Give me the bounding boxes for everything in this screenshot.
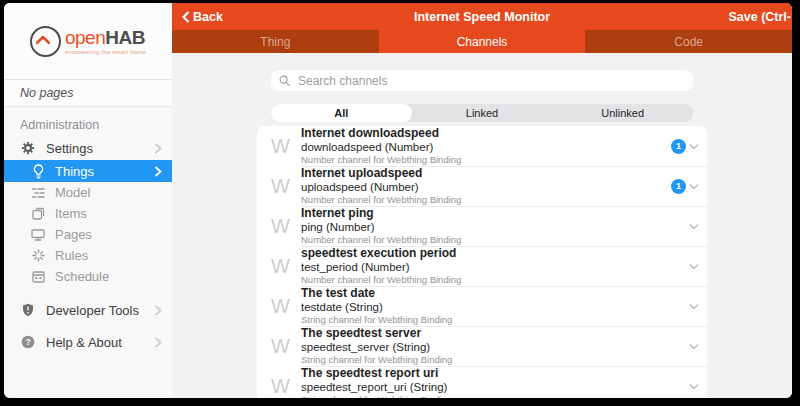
content-area: All Linked Unlinked W Internet downloads… xyxy=(172,53,792,398)
save-button[interactable]: Save (Ctrl- xyxy=(728,3,791,30)
sidebar-item-things[interactable]: Things xyxy=(4,160,172,182)
sidebar-item-model[interactable]: Model xyxy=(4,182,172,203)
model-tree-icon xyxy=(30,185,46,201)
lightbulb-icon xyxy=(30,163,46,179)
channel-description: Number channel for Webthing Binding xyxy=(301,155,671,166)
sidebar-item-label: Model xyxy=(55,185,162,200)
monitor-icon xyxy=(30,227,46,243)
svg-text:?: ? xyxy=(25,337,31,347)
channel-row[interactable]: W Internet downloadspeed downloadspeed (… xyxy=(257,126,707,166)
sidebar-item-items[interactable]: Items xyxy=(4,203,172,224)
search-bar[interactable] xyxy=(271,70,693,91)
sidebar-item-rules[interactable]: Rules xyxy=(4,245,172,266)
chevron-down-icon[interactable] xyxy=(689,223,699,230)
channel-title: Internet uploadspeed xyxy=(301,167,671,181)
sidebar-item-label: Settings xyxy=(46,141,154,156)
channel-id: test_period (Number) xyxy=(301,261,689,274)
channel-id: speedtest_report_uri (String) xyxy=(301,381,689,394)
chevron-right-icon xyxy=(154,305,162,316)
filter-all[interactable]: All xyxy=(271,104,412,122)
channel-row[interactable]: W speedtest execution period test_period… xyxy=(257,246,707,286)
channel-id: testdate (String) xyxy=(301,301,689,314)
sidebar-item-pages[interactable]: Pages xyxy=(4,224,172,245)
gear-icon xyxy=(20,140,36,156)
binding-initial-icon: W xyxy=(271,255,301,278)
chevron-down-icon[interactable] xyxy=(689,143,699,150)
chevron-right-icon xyxy=(154,166,162,177)
search-icon xyxy=(279,75,290,86)
binding-initial-icon: W xyxy=(271,375,301,398)
openhab-logo: openHAB empowering the smart home xyxy=(30,26,146,57)
channel-title: The speedtest report uri xyxy=(301,367,689,381)
calendar-icon xyxy=(30,269,46,285)
channel-title: The speedtest server xyxy=(301,327,689,341)
help-question-icon: ? xyxy=(20,334,36,350)
chevron-down-icon[interactable] xyxy=(689,383,699,390)
channel-description: String channel for Webthing Binding xyxy=(301,355,689,366)
filter-linked[interactable]: Linked xyxy=(412,104,553,122)
chevron-right-icon xyxy=(154,337,162,348)
binding-initial-icon: W xyxy=(271,135,301,158)
linked-count-badge: 1 xyxy=(671,139,686,154)
binding-initial-icon: W xyxy=(271,295,301,318)
shield-icon xyxy=(20,302,36,318)
chevron-down-icon[interactable] xyxy=(689,183,699,190)
channel-row[interactable]: W Internet uploadspeed uploadspeed (Numb… xyxy=(257,166,707,206)
brand-open: open xyxy=(65,27,105,48)
navbar: Back Internet Speed Monitor Save (Ctrl- xyxy=(172,3,792,30)
app-window: openHAB empowering the smart home No pag… xyxy=(4,3,792,398)
sidebar-item-label: Rules xyxy=(55,248,162,263)
channel-title: Internet downloadspeed xyxy=(301,127,671,141)
channel-title: speedtest execution period xyxy=(301,247,689,261)
channel-row[interactable]: W The test date testdate (String) String… xyxy=(257,286,707,326)
channel-row[interactable]: W Internet ping ping (Number) Number cha… xyxy=(257,206,707,246)
channel-description: String channel for Webthing Binding xyxy=(301,315,689,326)
tab-code[interactable]: Code xyxy=(585,30,792,53)
chevron-down-icon[interactable] xyxy=(689,263,699,270)
page-title: Internet Speed Monitor xyxy=(172,10,792,24)
tab-channels[interactable]: Channels xyxy=(379,30,586,53)
channel-title: Internet ping xyxy=(301,207,689,221)
tab-bar: Thing Channels Code xyxy=(172,30,792,53)
linked-count-badge: 1 xyxy=(671,179,686,194)
channel-description: Number channel for Webthing Binding xyxy=(301,275,689,286)
sidebar-item-label: Help & About xyxy=(46,335,154,350)
channel-title: The test date xyxy=(301,287,689,301)
channel-row[interactable]: W The speedtest server speedtest_server … xyxy=(257,326,707,366)
channel-description: Number channel for Webthing Binding xyxy=(301,235,689,246)
no-pages-label: No pages xyxy=(4,79,172,107)
sidebar-section-administration: Administration xyxy=(4,107,172,136)
chevron-down-icon[interactable] xyxy=(689,303,699,310)
openhab-logo-icon xyxy=(30,26,61,57)
sidebar: openHAB empowering the smart home No pag… xyxy=(4,3,172,398)
binding-initial-icon: W xyxy=(271,215,301,238)
channel-description: String channel for Webthing Binding xyxy=(301,395,689,398)
channel-id: uploadspeed (Number) xyxy=(301,181,671,194)
channel-id: speedtest_server (String) xyxy=(301,341,689,354)
logo-block: openHAB empowering the smart home xyxy=(4,3,172,79)
binding-initial-icon: W xyxy=(271,335,301,358)
main-panel: Back Internet Speed Monitor Save (Ctrl- … xyxy=(172,3,792,398)
search-input[interactable] xyxy=(296,73,685,89)
brand-hab: HAB xyxy=(105,27,145,48)
sidebar-item-developer-tools[interactable]: Developer Tools xyxy=(4,298,172,322)
channel-id: downloadspeed (Number) xyxy=(301,141,671,154)
channel-list: W Internet downloadspeed downloadspeed (… xyxy=(257,126,707,398)
binding-initial-icon: W xyxy=(271,175,301,198)
sidebar-menu: Settings Things xyxy=(4,136,172,354)
sidebar-item-schedule[interactable]: Schedule xyxy=(4,266,172,287)
channel-description: Number channel for Webthing Binding xyxy=(301,195,671,206)
back-button[interactable]: Back xyxy=(172,10,223,24)
sidebar-item-label: Things xyxy=(55,164,154,179)
chevron-right-icon xyxy=(154,143,162,154)
filter-unlinked[interactable]: Unlinked xyxy=(552,104,693,122)
channel-id: ping (Number) xyxy=(301,221,689,234)
sidebar-item-label: Pages xyxy=(55,227,162,242)
chevron-down-icon[interactable] xyxy=(689,343,699,350)
sidebar-item-settings[interactable]: Settings xyxy=(4,136,172,160)
sidebar-item-help-about[interactable]: ? Help & About xyxy=(4,330,172,354)
back-label: Back xyxy=(193,10,223,24)
channel-row[interactable]: W The speedtest report uri speedtest_rep… xyxy=(257,366,707,398)
sidebar-item-label: Items xyxy=(55,206,162,221)
tab-thing[interactable]: Thing xyxy=(172,30,379,53)
